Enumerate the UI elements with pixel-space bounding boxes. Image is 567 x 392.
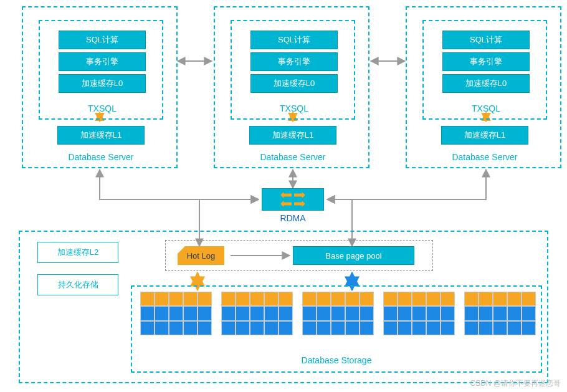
rdma-label: RDMA	[231, 213, 355, 223]
db-server-2: SQL计算 事务引擎 加速缓存L0 TXSQL 加速缓存L1 Database …	[214, 6, 369, 168]
db-server-label: Database Server	[39, 152, 163, 162]
switch-arrows-icon	[280, 192, 305, 207]
txsql-label: TXSQL	[40, 103, 164, 113]
database-storage-label: Database Storage	[274, 355, 399, 365]
db-server-1: SQL计算 事务引擎 加速缓存L0 TXSQL 加速缓存L1 Database …	[22, 6, 178, 168]
sql-compute-box: SQL计算	[442, 31, 530, 49]
sql-compute-box: SQL计算	[59, 31, 146, 49]
cache-l1-box: 加速缓存L1	[441, 126, 528, 145]
cache-l0-box: 加速缓存L0	[250, 74, 338, 93]
db-server-label: Database Server	[422, 152, 547, 162]
persist-label: 持久化存储	[37, 274, 118, 295]
hot-log-box: Hot Log	[178, 246, 224, 265]
txsql-label: TXSQL	[232, 103, 356, 113]
db-server-label: Database Server	[231, 152, 355, 162]
txsql-label: TXSQL	[424, 103, 548, 113]
db-server-3: SQL计算 事务引擎 加速缓存L0 TXSQL 加速缓存L1 Database …	[406, 6, 561, 168]
watermark-text: CSDN @请你不要再迷恋哥	[470, 378, 561, 389]
cache-l0-box: 加速缓存L0	[442, 74, 530, 93]
txsql-box: SQL计算 事务引擎 加速缓存L0 TXSQL	[231, 20, 355, 120]
txsql-box: SQL计算 事务引擎 加速缓存L0 TXSQL	[39, 20, 163, 120]
txsql-box: SQL计算 事务引擎 加速缓存L0 TXSQL	[422, 20, 547, 120]
txn-engine-box: 事务引擎	[250, 52, 338, 71]
cache-l0-box: 加速缓存L0	[59, 74, 146, 93]
rdma-switch	[262, 188, 324, 211]
sql-compute-box: SQL计算	[250, 31, 338, 49]
txn-engine-box: 事务引擎	[442, 52, 530, 71]
cache-l2-label: 加速缓存L2	[37, 242, 118, 263]
txn-engine-box: 事务引擎	[59, 52, 146, 71]
cache-l1-box: 加速缓存L1	[57, 126, 145, 145]
cache-l1-box: 加速缓存L1	[249, 126, 336, 145]
base-page-pool-box: Base page pool	[293, 246, 414, 265]
